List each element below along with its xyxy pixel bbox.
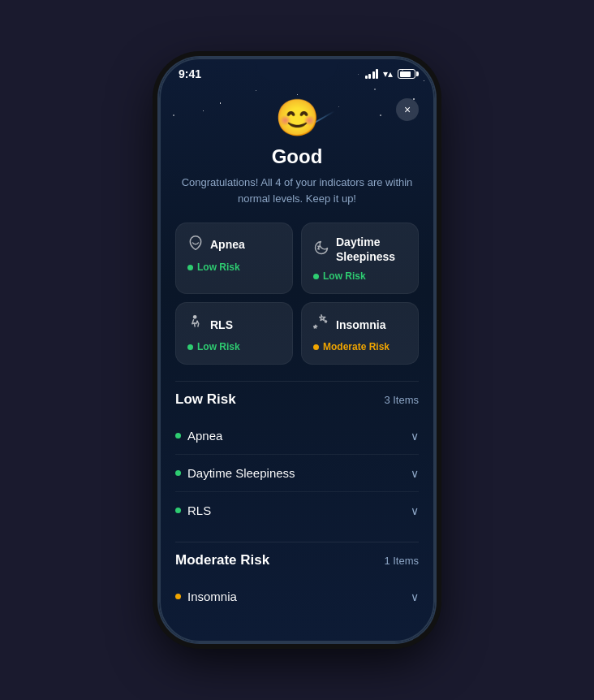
risk-badge-daytime-sleepiness: Low Risk [313,270,407,282]
risk-dot-rls [187,344,193,350]
card-icon-apnea [187,235,204,255]
close-button[interactable]: × [396,98,419,121]
moderate-risk-section: Moderate Risk 1 Items Insomnia ∨ [175,552,419,615]
risk-text-daytime-sleepiness: Low Risk [323,270,366,282]
chevron-down-icon: ∨ [411,467,419,480]
list-item-label: Apnea [187,429,222,443]
chevron-down-icon: ∨ [411,430,419,443]
signal-icon [365,69,379,79]
low-risk-section: Low Risk 3 Items Apnea ∨ Daytime Sleepin… [175,391,419,529]
list-item[interactable]: Apnea ∨ [175,417,419,455]
low-risk-items-list: Apnea ∨ Daytime Sleepiness ∨ RLS ∨ [175,417,419,529]
risk-dot-insomnia [313,344,319,350]
list-dot [175,594,181,599]
list-item-label: RLS [187,503,211,517]
list-dot [175,470,181,476]
risk-badge-insomnia: Moderate Risk [313,341,407,352]
indicator-cards-grid: Apnea Low Risk Daytime Sleepiness Low Ri… [175,223,419,365]
low-risk-title: Low Risk [175,391,236,408]
moderate-risk-items-list: Insomnia ∨ [175,578,419,615]
risk-badge-rls: Low Risk [187,341,281,352]
chevron-down-icon: ∨ [411,590,419,603]
list-item-left: Daytime Sleepiness [175,466,295,480]
list-item-label: Insomnia [187,590,237,603]
card-icon-rls [187,314,204,335]
list-item-left: RLS [175,503,211,517]
header-section: 😊 Good Congratulations! All 4 of your in… [175,87,419,223]
card-title-daytime-sleepiness: Daytime Sleepiness [336,235,407,264]
main-content: 😊 Good Congratulations! All 4 of your in… [159,80,435,642]
battery-icon [398,69,415,79]
risk-badge-apnea: Low Risk [187,261,281,273]
card-title-rls: RLS [210,318,233,332]
list-item[interactable]: RLS ∨ [175,492,419,529]
moderate-risk-count: 1 Items [384,555,419,567]
moderate-risk-title: Moderate Risk [175,552,269,568]
card-title-insomnia: Insomnia [336,318,385,332]
risk-text-apnea: Low Risk [197,261,240,273]
list-item-left: Insomnia [175,590,237,603]
list-item-label: Daytime Sleepiness [187,466,295,480]
rating-title: Good [175,145,419,168]
wifi-icon: ▾▴ [383,68,393,80]
list-dot [175,433,181,439]
chevron-down-icon: ∨ [411,504,419,517]
list-item[interactable]: Daytime Sleepiness ∨ [175,455,419,492]
section-divider-2 [175,542,419,542]
low-risk-count: 3 Items [384,394,419,406]
card-daytime-sleepiness[interactable]: Daytime Sleepiness Low Risk [301,223,419,294]
risk-text-rls: Low Risk [197,341,240,352]
list-dot [175,508,181,513]
rating-emoji: 😊 [175,97,419,139]
phone-screen: 9:41 ▾▴ × 😊 Good Cong [159,58,435,642]
card-title-apnea: Apnea [210,237,245,252]
risk-dot-apnea [187,265,193,270]
risk-dot-daytime-sleepiness [313,274,319,279]
card-icon-insomnia [313,314,329,335]
card-apnea[interactable]: Apnea Low Risk [175,223,293,294]
status-icons: ▾▴ [365,68,416,80]
card-insomnia[interactable]: Insomnia Moderate Risk [301,302,419,365]
low-risk-section-header: Low Risk 3 Items [175,391,419,408]
risk-text-insomnia: Moderate Risk [323,341,390,352]
rating-subtitle: Congratulations! All 4 of your indicator… [175,175,419,206]
status-time: 9:41 [179,67,201,80]
phone-notch [256,58,338,80]
card-icon-daytime-sleepiness [313,240,329,260]
list-item-left: Apnea [175,429,222,443]
section-divider [175,381,419,382]
moderate-risk-section-header: Moderate Risk 1 Items [175,552,419,568]
list-item[interactable]: Insomnia ∨ [175,578,419,615]
card-rls[interactable]: RLS Low Risk [175,302,293,365]
phone-frame: 9:41 ▾▴ × 😊 Good Cong [159,58,435,642]
